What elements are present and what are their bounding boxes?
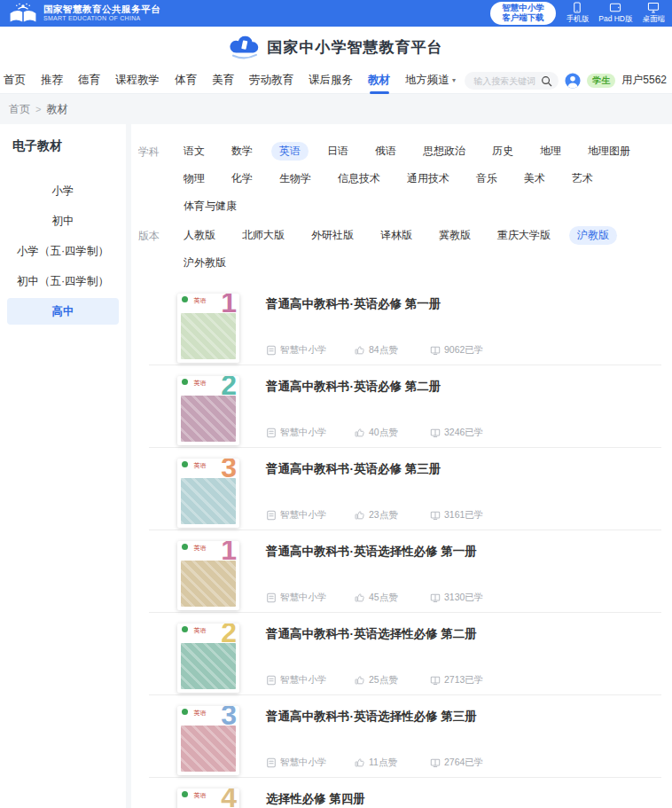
book-title[interactable]: 选择性必修 第四册: [266, 791, 661, 807]
book-title[interactable]: 普通高中教科书·英语必修 第一册: [266, 296, 661, 312]
nav-item[interactable]: 美育: [212, 67, 234, 94]
search-icon[interactable]: [541, 75, 552, 90]
filter-chip[interactable]: 美术: [516, 169, 553, 188]
sidebar-item-label: 初中（五·四学制）: [17, 274, 109, 289]
filter-chip[interactable]: 艺术: [564, 169, 601, 188]
breadcrumb-home-link[interactable]: 首页: [9, 102, 30, 117]
edition-options: 人教版北师大版外研社版译林版冀教版重庆大学版沪教版沪外教版: [176, 226, 661, 272]
book-title[interactable]: 普通高中教科书·英语选择性必修 第二册: [266, 626, 661, 642]
book-cover[interactable]: 英语 3: [177, 706, 239, 775]
nav-item-label: 劳动教育: [249, 73, 293, 88]
book-source: 智慧中小学: [280, 757, 327, 769]
device-download-link[interactable]: Pad HD版: [598, 2, 632, 25]
pad-icon: [609, 2, 621, 13]
user-name[interactable]: 用户5562: [621, 73, 667, 88]
nav-item-label: 美育: [212, 73, 234, 88]
filter-chip[interactable]: 地理图册: [580, 142, 638, 161]
book-row[interactable]: 英语 4 选择性必修 第四册 智慧中小学 1点赞 268已学: [149, 778, 661, 808]
filter-chip[interactable]: 人教版: [176, 226, 223, 245]
filter-chip[interactable]: 通用技术: [399, 169, 457, 188]
book-title[interactable]: 普通高中教科书·英语选择性必修 第三册: [266, 709, 661, 725]
device-label: Pad HD版: [598, 14, 632, 25]
book-source: 智慧中小学: [280, 592, 327, 604]
book-row[interactable]: 英语 1 普通高中教科书·英语选择性必修 第一册 智慧中小学 45点赞 3130: [149, 530, 661, 613]
source-doc-icon: [266, 345, 277, 356]
filter-chip[interactable]: 体育与健康: [176, 197, 245, 216]
filter-chip[interactable]: 英语: [271, 142, 309, 161]
sidebar-item[interactable]: 小学（五·四学制）: [7, 238, 119, 264]
breadcrumb-separator: >: [35, 104, 41, 114]
filter-chip[interactable]: 信息技术: [330, 169, 388, 188]
nav-item[interactable]: 德育: [78, 67, 100, 94]
nav-item[interactable]: 地方频道 ▾: [405, 67, 456, 94]
nav-item[interactable]: 课程教学: [115, 67, 160, 94]
nav-item[interactable]: 推荐: [41, 67, 63, 94]
book-cover[interactable]: 英语 2: [177, 624, 239, 693]
device-download-link[interactable]: 手机版: [567, 2, 590, 25]
book-row[interactable]: 英语 3 普通高中教科书·英语选择性必修 第三册 智慧中小学 11点赞 2764: [149, 695, 661, 778]
book-cover[interactable]: 英语 1: [177, 541, 239, 610]
filter-chip[interactable]: 地理: [532, 142, 569, 161]
book-stats: 智慧中小学 25点赞 2713已学: [266, 674, 661, 686]
filter-chip[interactable]: 北师大版: [234, 226, 293, 245]
nav-item[interactable]: 首页: [4, 67, 26, 94]
sidebar-item[interactable]: 小学: [7, 177, 119, 204]
cover-subject-label: 英语: [193, 297, 206, 303]
filter-chip[interactable]: 冀教版: [431, 226, 479, 245]
book-cover[interactable]: 英语 1: [177, 294, 239, 363]
book-cover[interactable]: 英语 4: [177, 788, 239, 808]
book-row[interactable]: 英语 2 普通高中教科书·英语选择性必修 第二册 智慧中小学 25点赞 2713: [149, 613, 661, 695]
filter-chip[interactable]: 思想政治: [415, 142, 473, 161]
filter-chip[interactable]: 数学: [223, 142, 261, 161]
cover-subject-label: 英语: [193, 545, 206, 551]
filter-chip[interactable]: 外研社版: [303, 226, 362, 245]
publisher-logo-dot: [182, 791, 188, 797]
filter-chip[interactable]: 音乐: [468, 169, 505, 188]
cover-volume-numeral: 4: [221, 788, 237, 808]
book-learned: 3130已学: [444, 592, 483, 604]
filter-chip[interactable]: 历史: [484, 142, 521, 161]
source-doc-icon: [266, 510, 277, 521]
client-download-button[interactable]: 智慧中小学 客户端下载: [490, 2, 556, 25]
filter-chip[interactable]: 日语: [319, 142, 356, 161]
content-panel: 学科 语文数学英语日语俄语思想政治历史地理地理图册物理化学生物学信息技术通用技术…: [131, 124, 672, 808]
filter-chip[interactable]: 生物学: [271, 169, 319, 188]
book-likes: 23点赞: [369, 509, 398, 522]
user-avatar[interactable]: [565, 73, 581, 89]
thumbs-up-icon: [355, 757, 365, 768]
filter-chip[interactable]: 俄语: [367, 142, 404, 161]
sidebar-item[interactable]: 初中（五·四学制）: [7, 268, 119, 294]
filter-chip[interactable]: 沪外教版: [176, 254, 234, 272]
book-title[interactable]: 普通高中教科书·英语必修 第三册: [266, 461, 661, 477]
filter-chip[interactable]: 译林版: [372, 226, 420, 245]
device-download-link[interactable]: 桌面端: [643, 2, 666, 25]
book-row[interactable]: 英语 1 普通高中教科书·英语必修 第一册 智慧中小学 84点赞 9062已学: [149, 283, 661, 365]
sidebar-item[interactable]: 初中: [7, 208, 119, 234]
nav-item[interactable]: 课后服务: [309, 67, 353, 94]
book-row[interactable]: 英语 3 普通高中教科书·英语必修 第三册 智慧中小学 23点赞 3161已学: [149, 448, 661, 530]
search-box: [465, 72, 559, 90]
book-cover[interactable]: 英语 2: [177, 376, 239, 445]
cover-illustration: [181, 561, 236, 607]
filter-chip[interactable]: 化学: [223, 169, 261, 188]
filter-chip[interactable]: 语文: [176, 142, 213, 161]
publisher-logo-dot: [182, 379, 188, 385]
thumbs-up-icon: [355, 675, 365, 686]
learned-book-icon: [430, 428, 441, 438]
publisher-logo-dot: [182, 626, 188, 632]
book-cover[interactable]: 英语 3: [177, 459, 239, 528]
filter-chip[interactable]: 重庆大学版: [489, 226, 559, 245]
nav-item[interactable]: 体育: [175, 67, 197, 94]
main-nav: 首页 推荐 德育 课程教学 体育 美育 劳动教育 课后服务 教材 地方频道 ▾: [0, 67, 672, 94]
filter-chip[interactable]: 沪教版: [569, 226, 617, 245]
sidebar-item[interactable]: 高中: [7, 298, 119, 325]
book-title[interactable]: 普通高中教科书·英语必修 第二册: [266, 379, 661, 395]
book-stats: 智慧中小学 84点赞 9062已学: [266, 344, 661, 357]
book-title[interactable]: 普通高中教科书·英语选择性必修 第一册: [266, 544, 661, 560]
book-row[interactable]: 英语 2 普通高中教科书·英语必修 第二册 智慧中小学 40点赞 3246已学: [149, 365, 661, 448]
nav-item[interactable]: 劳动教育: [249, 67, 293, 94]
filter-chip[interactable]: 物理: [176, 169, 213, 188]
cover-volume-numeral: 1: [221, 541, 237, 564]
nav-item[interactable]: 教材: [368, 67, 390, 94]
thumbs-up-icon: [355, 428, 365, 438]
